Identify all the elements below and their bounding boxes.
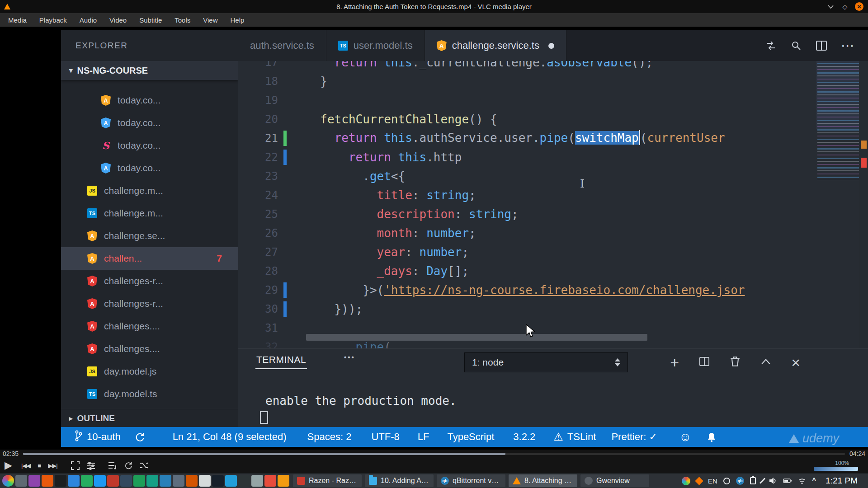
horizontal-scrollbar[interactable] (306, 334, 647, 341)
code-line-23[interactable]: 23 .get<{ (238, 167, 868, 186)
prettier-indicator[interactable]: Prettier: ✓ (611, 431, 657, 443)
maximize-button[interactable]: ◇ (840, 2, 849, 11)
open-changes-icon[interactable] (765, 40, 777, 52)
loop-button[interactable] (124, 461, 132, 470)
file-challenges[interactable]: Achallenges.... (61, 315, 238, 338)
next-button[interactable]: ▶▶| (48, 462, 57, 469)
menu-media[interactable]: Media (2, 13, 33, 27)
pen-tablet-icon[interactable] (760, 478, 765, 483)
jdownloader-icon[interactable] (107, 475, 119, 487)
previous-button[interactable]: |◀◀ (21, 462, 30, 469)
elisa-icon[interactable] (81, 475, 93, 487)
menu-playback[interactable]: Playback (33, 13, 73, 27)
window-button-qbittorrent-v4-2-5[interactable]: qbqBittorrent v4.2.5 (437, 474, 505, 487)
file-challenges-r[interactable]: Achallenges-r... (61, 292, 238, 315)
close-panel-icon[interactable]: × (791, 356, 800, 369)
keyboard-layout-indicator[interactable]: EN (708, 477, 717, 485)
konsole-icon[interactable] (55, 475, 66, 487)
file-day-model-js[interactable]: JSday.model.js (61, 360, 238, 383)
language-mode-indicator[interactable]: TypeScript (447, 431, 494, 443)
app-launcher-icon[interactable] (2, 475, 14, 487)
new-terminal-icon[interactable]: + (670, 356, 679, 369)
tslint-indicator[interactable]: ⚠ TSLint (553, 431, 596, 443)
color-profile-icon[interactable] (682, 477, 690, 485)
menu-help[interactable]: Help (224, 13, 251, 27)
file-challenge-m[interactable]: JSchallenge.m... (61, 179, 238, 202)
virtualbox-icon[interactable] (146, 475, 158, 487)
split-terminal-icon[interactable] (699, 357, 710, 368)
code-line-29[interactable]: 29 }>('https://ns-ng-course.firebaseio.c… (238, 281, 868, 300)
code-line-19[interactable]: 19 (238, 91, 868, 110)
indentation-indicator[interactable]: Spaces: 2 (307, 431, 352, 443)
play-button[interactable]: ▶ (5, 460, 12, 471)
file-day-model-ts[interactable]: TSday.model.ts (61, 383, 238, 405)
overview-ruler[interactable] (859, 61, 868, 348)
mail-icon[interactable] (68, 475, 80, 487)
terminal-more-icon[interactable]: ••• (344, 353, 355, 361)
notifications-bell-button[interactable] (707, 432, 716, 442)
menu-tools[interactable]: Tools (168, 13, 197, 27)
terminal-instance-select[interactable]: 1: node (464, 352, 628, 372)
file-challenge-m[interactable]: TSchallenge.m... (61, 202, 238, 225)
encoding-indicator[interactable]: UTF-8 (371, 431, 399, 443)
file-challen[interactable]: Achallen...7 (61, 247, 238, 270)
window-button-10-adding-authe[interactable]: 10. Adding Authe... (365, 474, 434, 487)
code-line-18[interactable]: 18 } (238, 72, 868, 91)
code-line-17[interactable]: 17 return this._currentChallenge.asObser… (238, 61, 868, 72)
maximize-panel-icon[interactable] (760, 357, 771, 367)
clipboard-icon[interactable] (750, 477, 756, 484)
skype-icon[interactable] (199, 475, 211, 487)
taskbar-clock[interactable]: 1:21 PM (826, 476, 858, 486)
extended-settings-button[interactable] (87, 461, 95, 470)
gwenview-app-icon[interactable] (251, 475, 263, 487)
file-today-co[interactable]: Stoday.co... (61, 134, 238, 157)
video-canvas[interactable]: EXPLORER auth.service.tsTSuser.model.tsA… (0, 27, 868, 450)
audacity-icon[interactable] (186, 475, 198, 487)
fullscreen-button[interactable] (71, 461, 80, 470)
menu-video[interactable]: Video (103, 13, 133, 27)
vscode-icon[interactable] (160, 475, 171, 487)
feedback-smiley-button[interactable]: ☺ (679, 430, 692, 444)
file-today-co[interactable]: Atoday.co... (61, 89, 238, 112)
volume-tray-icon[interactable] (769, 477, 777, 484)
browser-icon[interactable] (28, 475, 40, 487)
tab-user-model-ts[interactable]: TSuser.model.ts (326, 30, 425, 61)
network-icon[interactable] (798, 478, 806, 484)
sync-changes-button[interactable] (134, 432, 145, 442)
telegram-icon[interactable] (225, 475, 237, 487)
battery-icon[interactable] (783, 478, 792, 484)
code-line-20[interactable]: 20 fetchCurrentChallenge() { (238, 110, 868, 129)
code-editor[interactable]: 17 return this._currentChallenge.asObser… (238, 61, 868, 348)
code-line-25[interactable]: 25 description: string; (238, 205, 868, 224)
code-line-22[interactable]: 22 return this.http (238, 148, 868, 167)
git-branch-indicator[interactable]: 10-auth (75, 430, 121, 445)
obs-icon[interactable] (212, 475, 224, 487)
window-button-gwenview[interactable]: Gwenview (580, 474, 649, 487)
kill-terminal-icon[interactable] (730, 356, 741, 369)
pager-icon[interactable] (15, 475, 27, 487)
minimap[interactable] (817, 63, 859, 180)
tray-expand-icon[interactable]: ^ (812, 477, 816, 485)
menu-audio[interactable]: Audio (73, 13, 103, 27)
code-line-21[interactable]: 21 return this.authService.user.pipe(swi… (238, 129, 868, 148)
eol-indicator[interactable]: LF (418, 431, 429, 443)
notes-icon[interactable] (238, 475, 250, 487)
file-challenge-se[interactable]: Achallenge.se... (61, 225, 238, 247)
volume-slider[interactable] (814, 467, 858, 471)
record-icon[interactable] (723, 478, 730, 484)
playlist-button[interactable] (108, 462, 117, 469)
firefox-icon[interactable] (42, 475, 53, 487)
menu-view[interactable]: View (197, 13, 224, 27)
split-editor-icon[interactable] (816, 40, 827, 51)
gimp-icon[interactable] (173, 475, 184, 487)
libreoffice-calc-icon[interactable] (133, 475, 145, 487)
code-line-26[interactable]: 26 month: number; (238, 224, 868, 243)
file-challenges[interactable]: Achallenges.... (61, 338, 238, 360)
file-challenges-r[interactable]: Achallenges-r... (61, 270, 238, 292)
close-button[interactable]: ✕ (855, 2, 863, 11)
tab-challenge-service-ts[interactable]: Achallenge.service.ts (425, 30, 566, 61)
stop-button[interactable]: ■ (38, 462, 41, 469)
qbittorrent-tray-icon[interactable]: qb (736, 477, 744, 485)
settings-icon[interactable] (264, 475, 276, 487)
tray-app-icon[interactable] (695, 477, 703, 485)
